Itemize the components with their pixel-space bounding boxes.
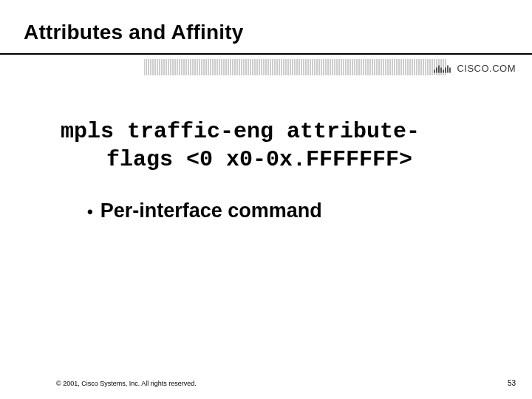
page-number: 53 — [508, 379, 516, 387]
list-item: • Per-interface command — [87, 200, 488, 222]
title-underline — [0, 53, 532, 55]
command-block: mpls traffic-eng attribute- flags <0 x0-… — [61, 118, 488, 174]
footer-copyright: © 2001, Cisco Systems, Inc. All rights r… — [56, 380, 197, 387]
slide-title: Attributes and Affinity — [24, 21, 244, 44]
cisco-bridge-icon — [433, 61, 452, 75]
slide: Attributes and Affinity CISCO.COM mpls t… — [0, 0, 532, 399]
logo-text: CISCO.COM — [457, 63, 516, 74]
bullet-icon: • — [87, 204, 93, 220]
bullet-text: Per-interface command — [100, 200, 322, 222]
bullet-list: • Per-interface command — [87, 200, 488, 222]
cisco-logo: CISCO.COM — [433, 61, 516, 75]
decorative-comb — [144, 59, 447, 75]
comb-icon — [144, 59, 447, 75]
command-line-1: mpls traffic-eng attribute- — [61, 119, 420, 144]
command-line-2: flags <0 x0-0x.FFFFFFF> — [61, 146, 488, 174]
